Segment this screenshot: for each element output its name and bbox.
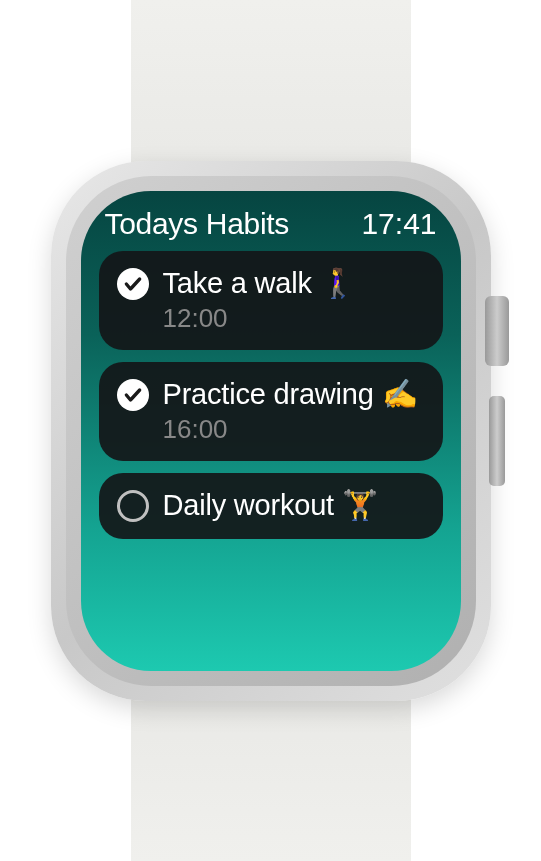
habit-title: Practice drawing ✍️ (163, 376, 425, 412)
habit-content: Take a walk 🚶‍♀️ 12:00 (163, 265, 425, 334)
habits-list[interactable]: Take a walk 🚶‍♀️ 12:00 Practice drawing … (99, 251, 443, 540)
habit-content: Daily workout 🏋️ (163, 487, 425, 523)
watch-screen: Todays Habits 17:41 Take a walk 🚶‍♀️ 12:… (81, 191, 461, 671)
list-item[interactable]: Practice drawing ✍️ 16:00 (99, 362, 443, 461)
digital-crown[interactable] (485, 296, 509, 366)
checkbox-unchecked-icon[interactable] (117, 490, 149, 522)
habit-title: Take a walk 🚶‍♀️ (163, 265, 425, 301)
habit-time: 16:00 (163, 414, 425, 445)
habit-title: Daily workout 🏋️ (163, 487, 425, 523)
checkbox-checked-icon[interactable] (117, 379, 149, 411)
habit-content: Practice drawing ✍️ 16:00 (163, 376, 425, 445)
header: Todays Habits 17:41 (99, 203, 443, 241)
checkbox-checked-icon[interactable] (117, 268, 149, 300)
list-item[interactable]: Take a walk 🚶‍♀️ 12:00 (99, 251, 443, 350)
status-time: 17:41 (361, 207, 436, 241)
side-button[interactable] (489, 396, 505, 486)
watch-bezel: Todays Habits 17:41 Take a walk 🚶‍♀️ 12:… (66, 176, 476, 686)
habit-time: 12:00 (163, 303, 425, 334)
watch-case: Todays Habits 17:41 Take a walk 🚶‍♀️ 12:… (51, 161, 491, 701)
list-item[interactable]: Daily workout 🏋️ (99, 473, 443, 539)
page-title: Todays Habits (105, 207, 290, 241)
